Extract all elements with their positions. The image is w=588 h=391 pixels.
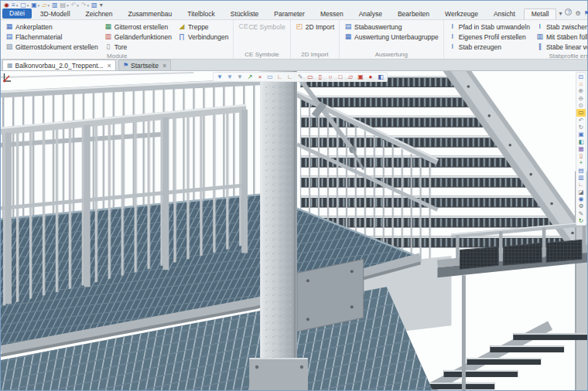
ribbon-column: ▤Stabauswertung▦Auswertung Unterbaugrupp… <box>341 22 442 50</box>
ribbon-tab-werkzeuge[interactable]: Werkzeuge <box>438 9 485 19</box>
ribbon-column: ◢Treppe∏Verbindungen <box>175 22 231 52</box>
select-rect-tool[interactable]: ▭ <box>265 73 275 82</box>
rotate-view-tool[interactable]: ↻ <box>576 124 586 131</box>
zoom-window-tool[interactable]: ⊙ <box>576 102 586 109</box>
ribbon-button-pfad-in-stab-umwandeln[interactable]: IPfad in Stab umwandeln <box>446 22 533 32</box>
ribbon-button-gelaenderfunktionen[interactable]: ▥Geländerfunktionen <box>101 32 175 42</box>
ribbon-tab-metall[interactable]: Metall <box>524 8 557 20</box>
ribbon-button-ankerplatten[interactable]: ▦Ankerplatten <box>2 22 101 32</box>
ribbon-button-eigenes-profil-erstellen[interactable]: IEigenes Profil erstellen <box>446 32 533 42</box>
ribbon-button-flaechenmaterial[interactable]: ▤Flächenmaterial <box>2 32 101 42</box>
sketch-square-tool[interactable]: □ <box>336 73 345 82</box>
tool-gear-tool[interactable]: ⚙ <box>576 202 586 209</box>
home-tool[interactable]: ⌂ <box>576 80 586 87</box>
refresh-tool[interactable]: ↻ <box>576 217 586 224</box>
ribbon-button-gitterrostdokument-erstellen[interactable]: ▨Gitterrostdokument erstellen <box>2 42 101 52</box>
ribbon-tab-ansicht[interactable]: Ansicht <box>487 9 522 19</box>
axis-move-tool[interactable]: ∟ <box>285 73 295 82</box>
ribbon-tab-bearbeiten[interactable]: Bearbeiten <box>391 9 436 19</box>
redo-icon: ↷ <box>81 2 87 8</box>
sketch-para-tool[interactable]: ▱ <box>346 73 355 82</box>
ribbon-button-stabauswertung[interactable]: ▤Stabauswertung <box>341 22 442 32</box>
view-cube-tool[interactable]: ▣ <box>576 131 586 138</box>
drawing-tab-icon: ▦ <box>7 63 13 69</box>
ribbon-tab-stueckliste[interactable]: Stückliste <box>224 9 265 19</box>
gear-control[interactable]: ⚙ <box>575 5 580 19</box>
snap-on-tool[interactable]: ↗ <box>245 73 255 82</box>
sketch-rrect-tool[interactable]: ▭ <box>306 73 315 82</box>
ribbon-button-stab-erzeugen[interactable]: IStab erzeugen <box>446 42 533 52</box>
ribbon-button-ce-symbole: CECE Symbole <box>235 22 288 32</box>
layers-tool[interactable]: ▤ <box>576 167 586 174</box>
ribbon-column: ◰2D Import <box>292 22 337 50</box>
viewport-3d[interactable]: ▼▼▼↗×▭∟∟✎▭▯○□▱▣●◧ ⊡⌂⊕⊖⊙▭↶↻▣◧▦▯+▤▥∟◪◉⚙✎↻ <box>1 71 587 390</box>
note-tool[interactable]: ✎ <box>576 210 586 217</box>
filter-tool[interactable]: ▼ <box>215 73 224 82</box>
close-tab-icon[interactable]: × <box>108 62 111 70</box>
zoom-rect-tool[interactable]: ▭ <box>576 109 586 116</box>
ribbon-tab-3d-modell[interactable]: 3D-Modell <box>33 9 77 19</box>
beam-report-icon: ▤ <box>344 23 352 30</box>
clip-tool[interactable]: ▯ <box>576 152 586 159</box>
solid-tool[interactable]: ◧ <box>376 73 385 82</box>
document-tab-balkonvorbau-2-0-treppent[interactable]: ▦Balkonvorbau_2.0_Treppent...× <box>2 60 116 70</box>
help-control[interactable]: ? <box>565 8 572 15</box>
sketch-label-tool[interactable]: ▣ <box>356 73 365 82</box>
filter-add-tool[interactable]: ▼ <box>225 73 234 82</box>
filter-edit-tool[interactable]: ▼ <box>235 73 244 82</box>
ribbon-button-label: Treppe <box>188 23 209 31</box>
prev-view-tool[interactable]: ↶ <box>576 117 586 124</box>
layers-icon: ▤ <box>578 168 583 174</box>
ribbon-tab-analyse[interactable]: Analyse <box>352 9 389 19</box>
add-tool[interactable]: + <box>576 160 586 167</box>
camera-tool[interactable]: ◉ <box>576 196 586 202</box>
viewport-3d-scene[interactable] <box>1 71 587 390</box>
document-tab-startseite[interactable]: ⚑Startseite× <box>118 60 171 70</box>
measure-tool[interactable]: ∟ <box>576 181 586 188</box>
snap-off-tool[interactable]: × <box>255 73 265 82</box>
ribbon-button-auswertung-unterbaugruppe[interactable]: ▦Auswertung Unterbaugruppe <box>341 32 442 42</box>
camera-icon: ◉ <box>579 196 584 202</box>
ribbon-button-gitterrost-erstellen[interactable]: ▦Gitterrost erstellen <box>101 22 175 32</box>
wire-tool[interactable]: ▦ <box>576 145 586 152</box>
undo-icon: ↶ <box>71 2 77 8</box>
filter-icon: ▼ <box>217 74 223 80</box>
ribbon-tab-datei[interactable]: Datei <box>2 8 32 19</box>
close-tab-icon[interactable]: × <box>162 62 166 70</box>
ribbon-button-label: Tore <box>115 43 128 51</box>
ribbon-button-verbindungen[interactable]: ∏Verbindungen <box>175 32 231 42</box>
ribbon-tabs: Datei3D-ModellZeichnenZusammenbauTitelbl… <box>2 8 556 19</box>
ribbon-button-mit-staeben-fuellen[interactable]: ▥Mit Stäben füllen <box>533 32 587 42</box>
axis-point-tool[interactable]: ∟ <box>275 73 285 82</box>
ribbon-button-label: Gitterrost erstellen <box>115 23 168 31</box>
ribbon-button-staebe-linear-verteilen[interactable]: ∥Stäbe linear verteilen <box>533 42 587 52</box>
sphere-tool[interactable]: ● <box>366 73 375 82</box>
dropdown-caret-icon: ▾ <box>67 3 69 8</box>
ribbon-tab-titelblock[interactable]: Titelblock <box>180 9 222 19</box>
sketch-label-icon: ▣ <box>357 74 364 80</box>
zoom-in-tool[interactable]: ⊕ <box>576 88 586 95</box>
ribbon-group-label: 2D Import <box>292 50 337 59</box>
ribbon-tab-messen[interactable]: Messen <box>313 9 350 19</box>
shade-tool[interactable]: ◧ <box>576 138 586 145</box>
grating-create-icon: ▦ <box>104 23 112 30</box>
sketch-circle-tool[interactable]: ○ <box>326 73 335 82</box>
ribbon-tab-zusammenbau[interactable]: Zusammenbau <box>121 9 179 19</box>
flag-control[interactable]: ⚑ <box>584 5 588 19</box>
ribbon-tab-zeichnen[interactable]: Zeichnen <box>79 9 120 19</box>
section-tool[interactable]: ◪ <box>576 189 586 196</box>
sketch-rect-tool[interactable]: ▯ <box>316 73 325 82</box>
caret-down-control[interactable]: ▾ <box>559 5 562 19</box>
sphere-icon: ● <box>369 74 373 80</box>
ribbon-button-tore[interactable]: ▯Tore <box>101 42 175 52</box>
list-tool[interactable]: ▥ <box>576 174 586 181</box>
ribbon-button-stab-zwischen-punkten-erzeugen[interactable]: IStab zwischen Punkten erzeugen <box>533 22 587 32</box>
ribbon-button-treppe[interactable]: ◢Treppe <box>175 22 231 32</box>
fit-view-tool[interactable]: ⊡ <box>576 73 586 80</box>
note-icon: ✎ <box>579 211 583 217</box>
ribbon-tab-parameter[interactable]: Parameter <box>267 9 312 19</box>
zoom-out-tool[interactable]: ⊖ <box>576 95 586 102</box>
select-rect-icon: ▭ <box>267 74 273 80</box>
ribbon-button-2d-import[interactable]: ◰2D Import <box>292 22 337 32</box>
pencil-tool[interactable]: ✎ <box>296 73 305 82</box>
